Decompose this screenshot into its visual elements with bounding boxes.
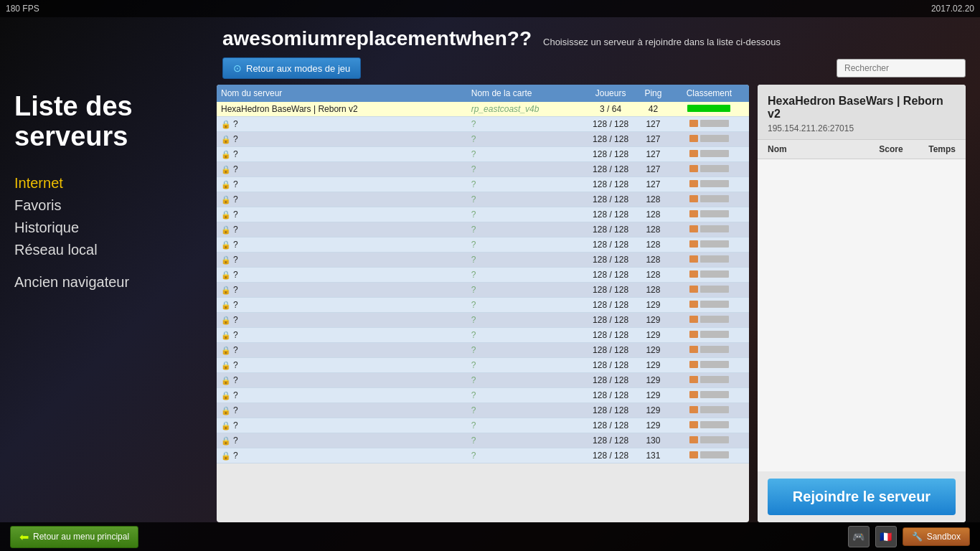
map-cell: ? xyxy=(467,162,584,177)
detail-col-score: Score xyxy=(870,144,913,154)
ping-cell: 129 xyxy=(637,388,669,403)
bottom-right: 🎮 🇫🇷 🔧 Sandbox xyxy=(848,526,970,547)
players-cell: 128 / 128 xyxy=(584,283,637,298)
ping-cell: 128 xyxy=(637,207,669,222)
ping-cell: 129 xyxy=(637,343,669,358)
flag-icon: 🇫🇷 xyxy=(880,531,892,542)
sidebar-item-favoris[interactable]: Favoris xyxy=(14,196,208,215)
map-cell: ? xyxy=(467,177,584,192)
map-cell: ? xyxy=(467,237,584,253)
server-name-cell: 🔒? xyxy=(217,343,467,358)
flag-icon-button[interactable]: 🇫🇷 xyxy=(875,526,897,547)
players-cell: 3 / 64 xyxy=(584,102,637,117)
map-cell: ? xyxy=(467,147,584,162)
table-row[interactable]: 🔒? ? 128 / 128 129 xyxy=(217,358,749,373)
server-name-cell: 🔒? xyxy=(217,162,467,177)
table-row[interactable]: 🔒? ? 128 / 128 129 xyxy=(217,343,749,358)
table-row[interactable]: 🔒? ? 128 / 128 127 xyxy=(217,162,749,177)
ping-cell: 127 xyxy=(637,117,669,132)
server-name-cell: 🔒? xyxy=(217,177,467,192)
server-name-cell: 🔒? xyxy=(217,147,467,162)
players-cell: 128 / 128 xyxy=(584,313,637,328)
table-row[interactable]: 🔒? ? 128 / 128 127 xyxy=(217,177,749,192)
lock-icon: 🔒 xyxy=(221,301,231,310)
ping-cell: 128 xyxy=(637,192,669,207)
ping-cell: 129 xyxy=(637,298,669,313)
lock-icon: 🔒 xyxy=(221,391,231,400)
detail-server-ip: 195.154.211.26:27015 xyxy=(768,123,956,133)
ping-cell: 128 xyxy=(637,237,669,253)
table-row[interactable]: 🔒? ? 128 / 128 129 xyxy=(217,313,749,328)
lock-icon: 🔒 xyxy=(221,120,231,129)
bottom-bar: ⬅ Retour au menu principal 🎮 🇫🇷 🔧 Sandbo… xyxy=(0,522,980,551)
col-players: Joueurs xyxy=(584,85,637,102)
table-row[interactable]: 🔒? ? 128 / 128 129 xyxy=(217,298,749,313)
server-name-cell: 🔒? xyxy=(217,222,467,237)
rank-cell xyxy=(669,192,749,207)
table-row[interactable]: 🔒? ? 128 / 128 128 xyxy=(217,253,749,268)
rank-cell xyxy=(669,177,749,192)
sidebar-item-ancien[interactable]: Ancien navigateur xyxy=(14,274,208,291)
map-cell: ? xyxy=(467,343,584,358)
table-row[interactable]: 🔒? ? 128 / 128 128 xyxy=(217,283,749,298)
ping-cell: 129 xyxy=(637,313,669,328)
lock-icon: 🔒 xyxy=(221,255,231,265)
sidebar: Liste des serveurs Internet Favoris Hist… xyxy=(14,85,208,522)
col-server-name: Nom du serveur xyxy=(217,85,467,102)
rank-cell xyxy=(669,253,749,268)
table-row[interactable]: 🔒? ? 128 / 128 129 xyxy=(217,328,749,343)
join-server-button[interactable]: Rejoindre le serveur xyxy=(768,479,956,515)
gamepad-icon-button[interactable]: 🎮 xyxy=(848,526,870,547)
rank-cell xyxy=(669,313,749,328)
map-cell: ? xyxy=(467,418,584,433)
lock-icon: 🔒 xyxy=(221,316,231,325)
ping-cell: 129 xyxy=(637,403,669,418)
server-name-cell: 🔒? xyxy=(217,268,467,283)
col-ping: Ping xyxy=(637,85,669,102)
server-name-cell: 🔒? xyxy=(217,418,467,433)
sidebar-item-reseau[interactable]: Réseau local xyxy=(14,240,208,260)
players-cell: 128 / 128 xyxy=(584,298,637,313)
map-cell: ? xyxy=(467,283,584,298)
detail-header: HexaHedron BaseWars | Reborn v2 195.154.… xyxy=(758,85,966,140)
players-cell: 128 / 128 xyxy=(584,418,637,433)
back-to-modes-button[interactable]: ⊙ Retour aux modes de jeu xyxy=(222,57,361,79)
table-row[interactable]: 🔒? ? 128 / 128 128 xyxy=(217,207,749,222)
header-subtitle: Choisissez un serveur à rejoindre dans l… xyxy=(543,37,781,47)
table-row[interactable]: 🔒? ? 128 / 128 127 xyxy=(217,147,749,162)
table-row[interactable]: 🔒? ? 128 / 128 128 xyxy=(217,268,749,283)
players-cell: 128 / 128 xyxy=(584,253,637,268)
map-cell: ? xyxy=(467,132,584,147)
table-row[interactable]: 🔒? ? 128 / 128 129 xyxy=(217,373,749,388)
content-row: Liste des serveurs Internet Favoris Hist… xyxy=(0,85,980,522)
map-cell: ? xyxy=(467,117,584,132)
sandbox-button[interactable]: 🔧 Sandbox xyxy=(903,527,970,546)
table-row[interactable]: 🔒? ? 128 / 128 129 xyxy=(217,403,749,418)
table-row[interactable]: 🔒? ? 128 / 128 130 xyxy=(217,433,749,448)
table-row[interactable]: 🔒? ? 128 / 128 129 xyxy=(217,388,749,403)
map-cell: ? xyxy=(467,313,584,328)
header: awesomiumreplacementwhen?? Choisissez un… xyxy=(0,17,980,55)
table-row[interactable]: 🔒? ? 128 / 128 128 xyxy=(217,222,749,237)
table-row[interactable]: 🔒? ? 128 / 128 131 xyxy=(217,448,749,463)
players-cell: 128 / 128 xyxy=(584,132,637,147)
table-row[interactable]: 🔒? ? 128 / 128 129 xyxy=(217,418,749,433)
lock-icon: 🔒 xyxy=(221,436,231,446)
table-row[interactable]: 🔒? ? 128 / 128 127 xyxy=(217,117,749,132)
back-main-menu-button[interactable]: ⬅ Retour au menu principal xyxy=(10,526,138,548)
server-name-cell: 🔒? xyxy=(217,403,467,418)
ping-cell: 129 xyxy=(637,373,669,388)
table-row[interactable]: 🔒? ? 128 / 128 128 xyxy=(217,192,749,207)
sidebar-item-internet[interactable]: Internet xyxy=(14,174,208,193)
rank-cell xyxy=(669,358,749,373)
table-row[interactable]: HexaHedron BaseWars | Reborn v2 rp_eastc… xyxy=(217,102,749,117)
table-row[interactable]: 🔒? ? 128 / 128 128 xyxy=(217,237,749,253)
sidebar-item-historique[interactable]: Historique xyxy=(14,218,208,237)
players-cell: 128 / 128 xyxy=(584,328,637,343)
server-name-cell: 🔒? xyxy=(217,358,467,373)
search-input[interactable] xyxy=(837,59,966,77)
arrow-icon: ⊙ xyxy=(233,62,242,74)
lock-icon: 🔒 xyxy=(221,270,231,280)
table-row[interactable]: 🔒? ? 128 / 128 127 xyxy=(217,132,749,147)
server-name-cell: 🔒? xyxy=(217,253,467,268)
